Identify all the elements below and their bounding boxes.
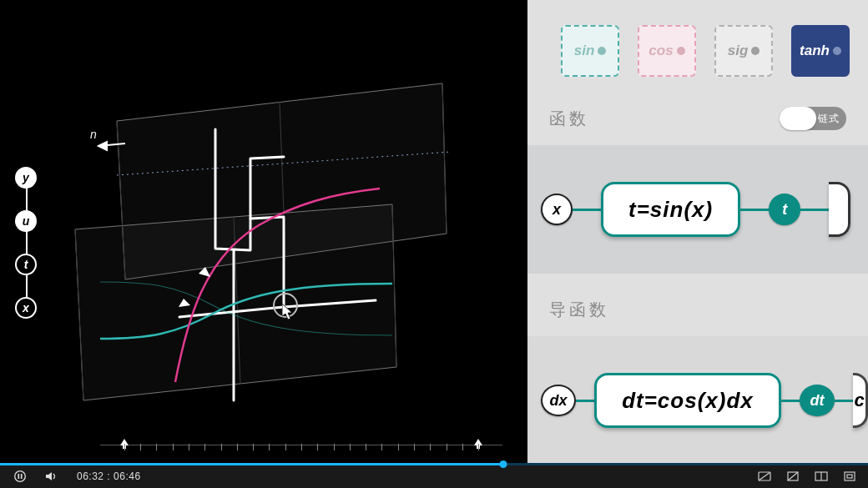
axis-chip-x[interactable]: x bbox=[15, 297, 37, 319]
next-expr-peek[interactable] bbox=[829, 182, 850, 237]
fn-label: sin bbox=[574, 43, 595, 59]
progress-thumb[interactable] bbox=[500, 460, 507, 468]
slider-tick bbox=[350, 444, 351, 450]
scene-svg: n bbox=[0, 0, 527, 463]
chain-link bbox=[576, 400, 594, 402]
slider-tick bbox=[156, 444, 157, 450]
axis-chip-u[interactable]: u bbox=[15, 210, 37, 232]
side-panel: sin cos sig tanh 函数 链式 x t=sin(x) t 导函数 … bbox=[527, 0, 868, 463]
axis-selector: y u t x bbox=[15, 167, 37, 319]
time-display: 06:32 : 06:46 bbox=[77, 470, 141, 482]
pause-icon[interactable] bbox=[13, 470, 27, 483]
section-title-function: 函数 bbox=[549, 108, 589, 130]
volume-icon[interactable] bbox=[45, 470, 58, 483]
slider-tick bbox=[430, 444, 431, 450]
time-sep: : bbox=[104, 470, 114, 482]
slider-tick bbox=[221, 444, 222, 450]
note-icon[interactable] bbox=[786, 470, 800, 483]
mouse-cursor-icon bbox=[282, 304, 294, 320]
svg-marker-12 bbox=[98, 142, 107, 150]
slider-tick bbox=[189, 444, 189, 450]
slider-tick bbox=[140, 444, 141, 450]
section-title-derivative: 导函数 bbox=[527, 274, 868, 336]
slider-tick bbox=[124, 444, 125, 450]
svg-rect-23 bbox=[21, 474, 23, 479]
slider-tick bbox=[398, 444, 399, 450]
fn-button-sin[interactable]: sin bbox=[561, 25, 619, 77]
dot-icon bbox=[598, 47, 606, 55]
expr-dt-eq-cosxdx[interactable]: dt=cos(x)dx bbox=[594, 373, 781, 428]
range-slider[interactable] bbox=[100, 427, 502, 450]
slider-tick bbox=[447, 444, 447, 450]
slider-tick bbox=[381, 444, 382, 450]
fn-label: tanh bbox=[800, 43, 830, 59]
progress-bar[interactable] bbox=[0, 463, 868, 465]
svg-marker-24 bbox=[46, 472, 52, 480]
dot-icon bbox=[677, 47, 685, 55]
slider-tick bbox=[478, 444, 479, 450]
slider-tick bbox=[173, 444, 174, 450]
slider-tick bbox=[317, 444, 318, 450]
time-current: 06:32 bbox=[77, 470, 104, 482]
expr-t-eq-sinx[interactable]: t=sin(x) bbox=[601, 182, 740, 237]
var-in-x[interactable]: x bbox=[541, 194, 573, 225]
time-total: 06:46 bbox=[114, 470, 141, 482]
slider-tick bbox=[269, 444, 270, 450]
slider-tick bbox=[301, 444, 302, 450]
video-player-bar: 06:32 : 06:46 bbox=[0, 463, 868, 488]
svg-point-21 bbox=[15, 471, 26, 482]
axis-chip-t[interactable]: t bbox=[15, 254, 37, 275]
svg-line-28 bbox=[788, 472, 798, 480]
toggle-label: 链式 bbox=[818, 112, 840, 126]
transcript-icon[interactable] bbox=[758, 470, 771, 483]
fn-button-tanh[interactable]: tanh bbox=[791, 25, 850, 77]
fn-label: cos bbox=[648, 43, 673, 59]
next-deriv-peek[interactable]: c bbox=[853, 373, 868, 428]
svg-line-26 bbox=[759, 472, 770, 480]
dot-icon bbox=[751, 47, 760, 55]
slider-tick bbox=[366, 444, 366, 450]
function-picker: sin cos sig tanh bbox=[527, 0, 868, 77]
slider-tick bbox=[462, 444, 463, 450]
chain-rule-toggle[interactable]: 链式 bbox=[780, 107, 846, 130]
progress-fill bbox=[0, 463, 503, 465]
chain-link bbox=[800, 209, 829, 211]
svg-rect-31 bbox=[845, 472, 855, 480]
function-chain: x t=sin(x) t bbox=[527, 145, 868, 274]
chain-link bbox=[835, 400, 853, 402]
toggle-knob bbox=[780, 107, 816, 130]
plane-n-label: n bbox=[90, 128, 97, 141]
svg-marker-16 bbox=[282, 304, 292, 319]
dot-icon bbox=[833, 47, 841, 55]
var-in-dx[interactable]: dx bbox=[541, 385, 576, 416]
slider-tick bbox=[237, 444, 238, 450]
chain-link bbox=[573, 209, 601, 211]
var-mid-t[interactable]: t bbox=[769, 194, 800, 225]
viewport-3d[interactable]: n y u t x bbox=[0, 0, 527, 463]
var-mid-dt[interactable]: dt bbox=[800, 385, 835, 416]
chain-link bbox=[781, 400, 800, 402]
derivative-chain: dx dt=cos(x)dx dt c bbox=[527, 336, 868, 463]
svg-rect-22 bbox=[18, 474, 20, 479]
fn-button-cos[interactable]: cos bbox=[638, 25, 696, 77]
slider-tick bbox=[334, 444, 335, 450]
slider-tick bbox=[285, 444, 286, 450]
fullscreen-icon[interactable] bbox=[843, 470, 856, 483]
chain-link bbox=[740, 209, 769, 211]
split-view-icon[interactable] bbox=[815, 470, 828, 483]
fn-button-sig[interactable]: sig bbox=[714, 25, 773, 77]
fn-label: sig bbox=[728, 43, 749, 59]
slider-tick bbox=[253, 444, 254, 450]
slider-tick bbox=[204, 444, 205, 450]
slider-tick bbox=[414, 444, 415, 450]
svg-rect-32 bbox=[847, 475, 852, 478]
axis-chip-y[interactable]: y bbox=[15, 167, 37, 189]
